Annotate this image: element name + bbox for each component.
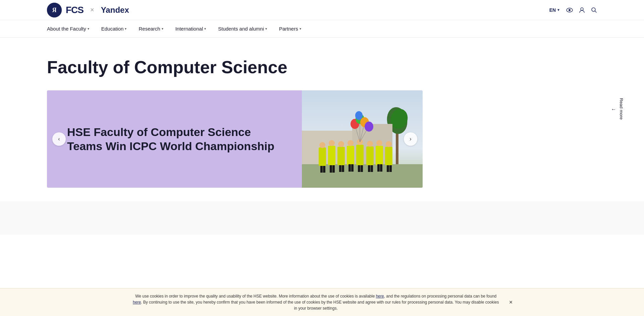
nav-item-about[interactable]: About the Faculty ▾	[47, 20, 95, 38]
user-icon-svg	[579, 7, 585, 13]
svg-rect-43	[339, 165, 341, 172]
svg-rect-45	[348, 164, 351, 172]
svg-point-17	[329, 140, 335, 146]
search-icon[interactable]	[591, 7, 597, 13]
svg-point-34	[367, 141, 373, 147]
carousel-next-button[interactable]: ›	[404, 132, 417, 146]
svg-point-21	[347, 140, 354, 146]
svg-rect-18	[337, 147, 345, 165]
nav-research-label: Research	[139, 26, 160, 32]
svg-rect-54	[389, 165, 392, 172]
yandex-logo[interactable]: Yandex	[101, 5, 129, 15]
nav-item-students[interactable]: Students and alumni ▾	[212, 20, 273, 38]
main-content: Faculty of Computer Science Read more ↓ …	[0, 38, 644, 201]
language-selector[interactable]: EN ▼	[549, 7, 560, 13]
svg-point-4	[581, 8, 583, 10]
page-title: Faculty of Computer Science	[47, 58, 597, 77]
svg-point-19	[338, 141, 344, 147]
separator: ×	[90, 6, 94, 14]
svg-rect-50	[371, 165, 373, 172]
cookie-text-before-link1: We use cookies in order to improve the q…	[135, 294, 376, 299]
svg-rect-39	[320, 166, 323, 173]
nav-partners-arrow-icon: ▾	[300, 27, 301, 31]
svg-rect-49	[368, 165, 370, 172]
header: Я FCS × Yandex EN ▼	[0, 0, 644, 20]
accessibility-icon[interactable]	[566, 7, 573, 13]
carousel-prev-button[interactable]: ‹	[52, 132, 66, 146]
hse-logo[interactable]: Я	[47, 3, 62, 17]
nav-partners-label: Partners	[279, 26, 298, 32]
nav-students-arrow-icon: ▾	[265, 27, 267, 31]
svg-point-38	[386, 141, 392, 147]
svg-point-36	[376, 140, 382, 146]
cookie-link-1[interactable]: here	[376, 294, 384, 299]
lang-label: EN	[549, 7, 556, 13]
svg-rect-40	[323, 166, 325, 173]
svg-rect-53	[387, 165, 389, 172]
page-wrapper: Я FCS × Yandex EN ▼	[0, 0, 644, 316]
lang-arrow-icon: ▼	[557, 8, 560, 12]
cookie-text-between: , and the regulations on processing pers…	[384, 294, 497, 299]
svg-point-32	[355, 111, 363, 120]
nav-students-label: Students and alumni	[218, 26, 264, 32]
nav-research-arrow-icon: ▾	[162, 27, 163, 31]
nav-education-arrow-icon: ▾	[125, 27, 126, 31]
nav-item-education[interactable]: Education ▾	[95, 20, 133, 38]
svg-line-6	[595, 11, 596, 12]
svg-point-15	[319, 142, 325, 148]
svg-rect-41	[330, 165, 332, 173]
nav-about-arrow-icon: ▾	[88, 27, 89, 31]
header-actions: EN ▼	[549, 7, 597, 13]
cookie-text-after: . By continuing to use the site, you her…	[141, 300, 499, 311]
cookie-close-button[interactable]: ×	[509, 299, 513, 306]
nav-education-label: Education	[101, 26, 124, 32]
empty-section	[0, 201, 644, 235]
read-more-label: Read more	[619, 98, 624, 120]
svg-rect-48	[361, 165, 363, 172]
main-nav: About the Faculty ▾ Education ▾ Research…	[0, 20, 644, 38]
svg-rect-51	[377, 164, 380, 172]
nav-item-research[interactable]: Research ▾	[132, 20, 169, 38]
user-icon[interactable]	[579, 7, 585, 13]
nav-international-label: International	[175, 26, 203, 32]
svg-rect-22	[356, 145, 364, 165]
search-icon-svg	[591, 7, 597, 13]
cookie-link-2[interactable]: here	[133, 300, 141, 305]
svg-rect-33	[366, 146, 374, 165]
eye-icon-svg	[566, 7, 573, 13]
header-logos: Я FCS × Yandex	[47, 3, 549, 17]
svg-point-31	[365, 122, 373, 132]
carousel-next-icon: ›	[410, 136, 411, 142]
hse-logo-svg: Я	[47, 3, 62, 17]
hero-carousel: HSE Faculty of Computer Science Teams Wi…	[47, 90, 423, 188]
nav-about-label: About the Faculty	[47, 26, 86, 32]
cookie-banner: We use cookies in order to improve the q…	[0, 288, 644, 316]
svg-rect-37	[385, 147, 392, 165]
svg-point-5	[592, 8, 595, 11]
svg-rect-52	[380, 164, 382, 172]
carousel-prev-icon: ‹	[58, 136, 60, 142]
svg-rect-16	[328, 146, 335, 165]
nav-item-partners[interactable]: Partners ▾	[273, 20, 307, 38]
read-more-arrow-icon: ↓	[611, 108, 617, 111]
carousel-slide-title: HSE Faculty of Computer Science Teams Wi…	[67, 125, 282, 153]
svg-rect-46	[351, 164, 354, 172]
read-more[interactable]: Read more ↓	[611, 98, 624, 120]
cookie-text: We use cookies in order to improve the q…	[131, 293, 500, 311]
carousel-text-panel: HSE Faculty of Computer Science Teams Wi…	[47, 90, 302, 188]
svg-rect-14	[319, 147, 326, 166]
svg-rect-47	[358, 165, 360, 172]
svg-text:Я: Я	[52, 7, 57, 13]
nav-international-arrow-icon: ▾	[204, 27, 206, 31]
svg-point-3	[569, 9, 571, 11]
svg-rect-35	[376, 146, 383, 165]
svg-rect-20	[347, 146, 354, 165]
svg-rect-42	[332, 165, 335, 173]
fcs-logo: FCS	[66, 5, 84, 15]
nav-item-international[interactable]: International ▾	[169, 20, 212, 38]
svg-rect-44	[342, 165, 344, 172]
